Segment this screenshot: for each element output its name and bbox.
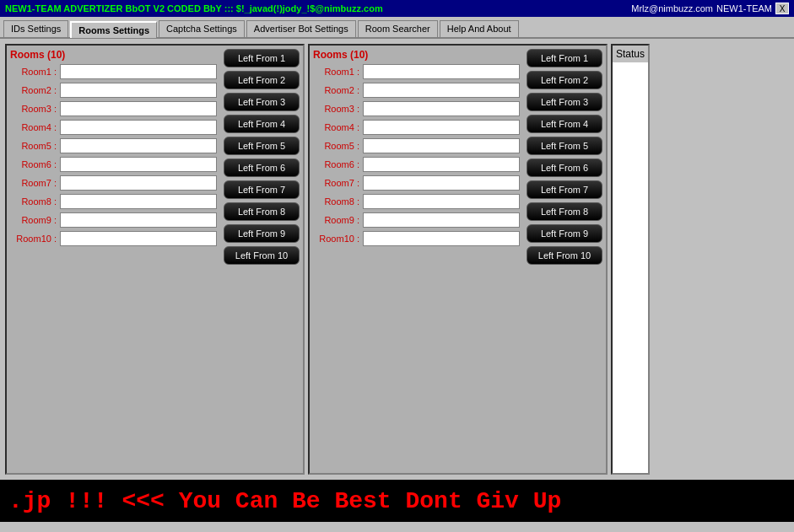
panel2-room9-row: Room9 : [313,212,520,228]
panel1-left-btn-2[interactable]: Left From 2 [224,71,300,89]
panel2-room3-input[interactable] [363,101,520,116]
panel2-room2-input[interactable] [363,83,520,98]
panel2-room8-input[interactable] [363,194,520,209]
status-title: Status [613,46,648,62]
panel1-room6-input[interactable] [60,157,217,172]
tab-captcha[interactable]: Captcha Settings [159,20,245,37]
panel2-left-btn-6[interactable]: Left From 6 [527,159,602,177]
panel2-room6-row: Room6 : [313,157,520,172]
panel1-room8-row: Room8 : [10,194,217,209]
panel2-left-btn-8[interactable]: Left From 8 [527,202,602,221]
panel1-room7-row: Room7 : [10,175,217,191]
panel2-left-btn-10[interactable]: Left From 10 [527,246,602,265]
title-bar: NEW1-TEAM ADVERTIZER BbOT V2 CODED BbY :… [0,0,794,17]
panel1-room10-label: Room10 : [10,234,57,244]
panel1-room6-label: Room6 : [10,159,57,169]
panel2: Rooms (10) Room1 : Room2 : Room3 : [308,44,608,475]
panel1-room1-label: Room1 : [10,67,57,77]
panel2-left-btn-7[interactable]: Left From 7 [527,180,602,199]
panel1-room10-row: Room10 : [10,231,217,246]
panel2-left-btn-9[interactable]: Left From 9 [527,224,602,243]
panel1-room5-label: Room5 : [10,141,57,151]
panel1-room3-label: Room3 : [10,104,57,114]
tab-bar: IDs Settings Rooms Settings Captcha Sett… [0,17,794,39]
panel1-room5-row: Room5 : [10,138,217,153]
panel1-room8-label: Room8 : [10,196,57,207]
panel1-room4-input[interactable] [60,120,217,135]
panel2-room10-row: Room10 : [313,231,520,246]
panel2-room10-label: Room10 : [313,234,359,244]
panel1-room4-label: Room4 : [10,122,57,132]
panel2-room3-row: Room3 : [313,101,520,116]
panel1-room1-row: Room1 : [10,64,217,79]
panel1-room2-label: Room2 : [10,85,57,95]
panel1-left-btn-8[interactable]: Left From 8 [224,202,300,221]
panel1-left-btn-1[interactable]: Left From 1 [224,49,300,67]
status-panel: Status [611,44,650,475]
panel1-room10-input[interactable] [60,231,217,246]
panel2-left-btn-2[interactable]: Left From 2 [527,71,602,89]
panel1-left-btn-6[interactable]: Left From 6 [224,159,300,177]
ticker-bar: .jp !!! <<< You Can Be Best Dont Giv Up [0,480,794,522]
main-content: Rooms (10) Room1 : Room2 : Room3 : [0,39,794,480]
panel2-room7-input[interactable] [363,175,520,191]
panel2-room6-label: Room6 : [313,159,359,169]
panel2-room4-label: Room4 : [313,122,359,132]
panel2-title: Rooms (10) [313,49,520,61]
panel2-room10-input[interactable] [363,231,520,246]
panel2-room2-row: Room2 : [313,83,520,98]
panel2-left-btn-3[interactable]: Left From 3 [527,93,602,111]
panel2-room5-label: Room5 : [313,141,359,151]
panel2-room5-input[interactable] [363,138,520,153]
panel1-room7-label: Room7 : [10,178,57,188]
panel2-room5-row: Room5 : [313,138,520,153]
tab-rooms[interactable]: Rooms Settings [70,21,157,38]
title-app-name: NEW1-TEAM [716,3,772,13]
panel2-room7-label: Room7 : [313,178,359,188]
close-button[interactable]: X [775,3,789,14]
panel2-room9-input[interactable] [363,212,520,228]
panel2-fields: Room1 : Room2 : Room3 : Room4 : [313,64,520,470]
tab-ids[interactable]: IDs Settings [3,20,68,37]
panel1-room1-input[interactable] [60,64,217,79]
tab-advertiser[interactable]: Advertiser Bot Settings [246,20,356,37]
panels-row: Rooms (10) Room1 : Room2 : Room3 : [5,44,582,475]
panel1-room9-label: Room9 : [10,215,57,225]
tab-help[interactable]: Help And About [440,20,519,37]
panel1-room6-row: Room6 : [10,157,217,172]
panel1-left-btn-7[interactable]: Left From 7 [224,180,300,199]
panel2-room4-input[interactable] [363,120,520,135]
title-right: Mrlz@nimbuzz.com NEW1-TEAM X [631,3,789,14]
panel2-left-btn-5[interactable]: Left From 5 [527,137,602,155]
panel1-room9-row: Room9 : [10,212,217,228]
ticker-text: .jp !!! <<< You Can Be Best Dont Giv Up [8,488,561,514]
panel2-buttons: Left From 1 Left From 2 Left From 3 Left… [527,49,602,470]
panel1-left-btn-5[interactable]: Left From 5 [224,137,300,155]
panel1-room5-input[interactable] [60,138,217,153]
panel1-room7-input[interactable] [60,175,217,191]
panel1-left-btn-10[interactable]: Left From 10 [224,246,300,265]
panel1-room2-input[interactable] [60,83,217,98]
panel1-room3-row: Room3 : [10,101,217,116]
panel1-room3-input[interactable] [60,101,217,116]
panel1-room9-input[interactable] [60,212,217,228]
panel1-left-btn-4[interactable]: Left From 4 [224,115,300,133]
panel2-left-btn-4[interactable]: Left From 4 [527,115,602,133]
panel1-left-btn-3[interactable]: Left From 3 [224,93,300,111]
panel2-room8-row: Room8 : [313,194,520,209]
panel1-buttons: Left From 1 Left From 2 Left From 3 Left… [224,49,300,470]
panel1-fields: Room1 : Room2 : Room3 : Room4 : [10,64,217,470]
panel2-room1-input[interactable] [363,64,520,79]
panel1-left-btn-9[interactable]: Left From 9 [224,224,300,243]
panel2-room3-label: Room3 : [313,104,359,114]
tab-searcher[interactable]: Room Searcher [358,20,438,37]
title-middle: Mrlz@nimbuzz.com [631,3,713,13]
panel2-room2-label: Room2 : [313,85,359,95]
panel2-left-btn-1[interactable]: Left From 1 [527,49,602,67]
panel2-room9-label: Room9 : [313,215,359,225]
panel1-room8-input[interactable] [60,194,217,209]
panel2-room4-row: Room4 : [313,120,520,135]
panel1-title: Rooms (10) [10,49,217,61]
panel2-room6-input[interactable] [363,157,520,172]
panel1-room2-row: Room2 : [10,83,217,98]
